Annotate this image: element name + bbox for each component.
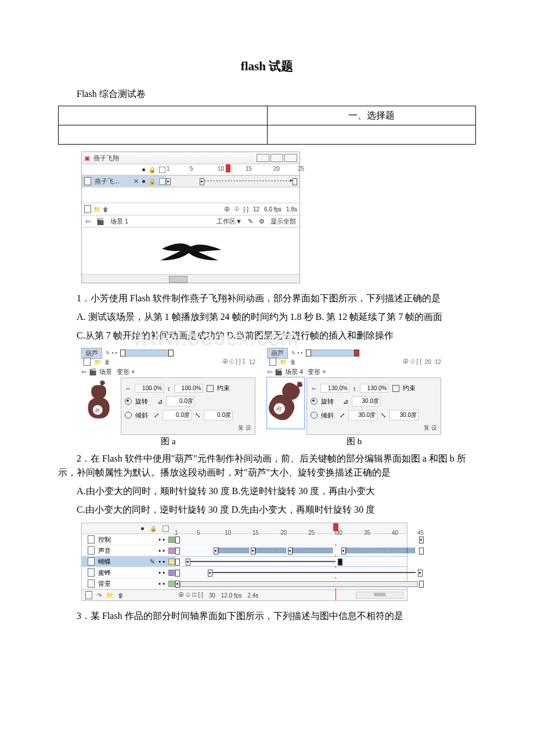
layer-icon: [88, 546, 95, 555]
layer-name: 控制: [98, 535, 111, 544]
layer-icon: [88, 579, 95, 588]
layer-icon: [88, 557, 95, 566]
tween-span: [306, 350, 359, 357]
section-cell-heading: 一、选择题: [267, 106, 476, 125]
maximize-icon: [270, 154, 283, 162]
folder-icon: 📁: [94, 359, 101, 365]
constrain-label: 约束: [403, 384, 416, 393]
eye-icon: [142, 168, 145, 171]
q2-stem: 2．在 Flash 软件中使用"葫芦"元件制作补间动画，前、后关键帧的部分编辑界…: [58, 452, 476, 480]
rotate-value: 30.0度: [352, 396, 381, 406]
ruler-end: 12: [435, 359, 441, 365]
layer-track: [165, 176, 300, 186]
edit-scene-icon: ✎: [248, 218, 253, 225]
swallow-graphic: [159, 239, 223, 262]
ruler-tick: 10: [218, 165, 224, 172]
q3-stem: 3．某 Flash 作品的部分时间轴界面如下图所示，下列描述与图中信息不相符的是: [58, 609, 476, 623]
rotate-label: 旋转: [321, 397, 334, 406]
lock-icon: 🔒: [149, 178, 156, 185]
color-box-icon: [168, 570, 175, 576]
color-box-icon: [168, 537, 175, 543]
gourd-thumb: 药: [81, 377, 118, 429]
q2-option-cd: C.由小变大的同时，逆时针旋转 30 度 D.先由小变大，再顺时针旋转 30 度: [58, 503, 476, 517]
keyframe-icon: [306, 350, 311, 357]
pencil-icon: ✎ • •: [291, 350, 302, 356]
gourd-thumb-selected: 药: [267, 377, 304, 429]
zoom-dropdown: 显示全部: [270, 217, 296, 226]
layer-name: 蝴蝶: [98, 557, 111, 566]
lock-icon: 🔒: [149, 167, 156, 173]
scene-icon: 🎬: [89, 368, 97, 376]
section-cell: [59, 106, 268, 125]
window-title: 燕子飞翔: [93, 154, 119, 163]
ruler-tick: 20: [273, 165, 280, 172]
section-table: 一、选择题: [58, 106, 476, 145]
transform-tab: 变形 ×: [117, 368, 135, 376]
figure-2a: 葫芦 ✎ • • 📁 🗑 ⦿ ⦾ [·] 1 12 ⇦ 🎬 场景 变形 ×: [81, 348, 255, 447]
scene-label: 场景 1: [110, 217, 128, 226]
figure-2-transform-panels: 葫芦 ✎ • • 📁 🗑 ⦿ ⦾ [·] 1 12 ⇦ 🎬 场景 变形 ×: [81, 348, 476, 447]
scene-icon: 🎬: [96, 218, 104, 225]
new-layer-icon: [85, 591, 92, 599]
scale-w: 100.0%: [135, 384, 164, 393]
ruler-tick: 25: [298, 165, 304, 172]
layer-label: 葫芦: [267, 348, 288, 359]
layer-name: 背景: [98, 579, 111, 588]
figure-label-b: 图 b: [267, 436, 441, 447]
rotate-value: 0.0度: [166, 396, 195, 406]
stage-area: [82, 227, 300, 274]
ruler-tick: 15: [246, 165, 252, 172]
section-cell: [267, 125, 476, 145]
new-layer-icon: [84, 205, 91, 213]
app-icon: ▣: [84, 154, 90, 162]
pencil-icon: ✎: [150, 558, 155, 566]
constrain-check: [392, 385, 399, 392]
lock-state-icon: ✕: [134, 178, 139, 185]
outline-box-icon: [159, 167, 165, 173]
folder-icon: 📁: [106, 592, 113, 599]
motion-guide-icon: ↷: [97, 592, 102, 599]
fps-readout: 12.0 fps: [221, 592, 242, 599]
figure-1-swallow-timeline: ▣ 燕子飞翔 🔒 1 5 10 15 20 25: [81, 152, 300, 283]
page-title: flash 试题: [58, 58, 476, 74]
playhead-icon: [226, 164, 230, 172]
panel-footer: 复 设: [125, 424, 251, 432]
new-layer-icon: [84, 358, 91, 366]
color-box-icon: [168, 581, 175, 587]
time-readout: 1.8s: [286, 206, 297, 213]
frame-ruler: 1 5 10 15 20 25: [165, 164, 300, 175]
skew-radio: [311, 412, 317, 419]
bracket-icon: [·]: [244, 206, 248, 213]
keyframe-icon: [168, 350, 174, 357]
scale-h: 130.0%: [360, 384, 389, 393]
figure-label-a: 图 a: [81, 436, 255, 447]
skew-v: 0.0度: [204, 410, 233, 420]
keyframe-icon: [354, 350, 359, 357]
tween-span: [120, 350, 174, 357]
trash-icon: 🗑: [118, 592, 124, 599]
pencil-icon: ✎ • •: [106, 350, 117, 356]
panel-footer: 复 设: [311, 424, 437, 432]
q1-option-ab: A. 测试该场景，从第 1 帧播放到第 24 帧的时间约为 1.8 秒 B. 第…: [58, 310, 476, 324]
back-icon: ⇦: [81, 368, 86, 376]
ruler-tick: 1: [167, 165, 170, 172]
figure-3-multilayer-timeline: 🔒 1 5 10 15 20 25 30 35 40 45 控制• •: [81, 523, 407, 601]
q2-option-ab: A.由小变大的同时，顺时针旋转 30 度 B.先逆时针旋转 30 度，再由小变大: [58, 484, 476, 498]
transform-panel: ↔100.0% ↕100.0% 约束 旋转 ⊿ 0.0度 倾斜 ⤢: [121, 377, 255, 435]
minimize-icon: [257, 154, 269, 162]
new-layer-icon: [269, 358, 276, 366]
layer-icon: [84, 177, 91, 185]
skew-label: 倾斜: [321, 411, 334, 420]
layer-icon: [88, 568, 95, 577]
folder-icon: 📁: [280, 359, 287, 365]
constrain-check: [207, 385, 214, 392]
lock-icon: 🔒: [150, 525, 157, 532]
close-icon: [284, 154, 297, 162]
scene-label: 场景: [99, 368, 112, 376]
scale-h: 100.0%: [174, 384, 203, 393]
figure-2b: 葫芦 ✎ • • 📁 🗑 ⦿ ⦾ [·] 20 12 ⇦ 🎬 场景 4 变形 ×: [267, 348, 441, 447]
ruler-end: 12: [249, 359, 255, 365]
scroll-thumb: [356, 592, 403, 599]
skew-h: 0.0度: [163, 410, 192, 420]
outline-box-icon: [163, 525, 169, 532]
